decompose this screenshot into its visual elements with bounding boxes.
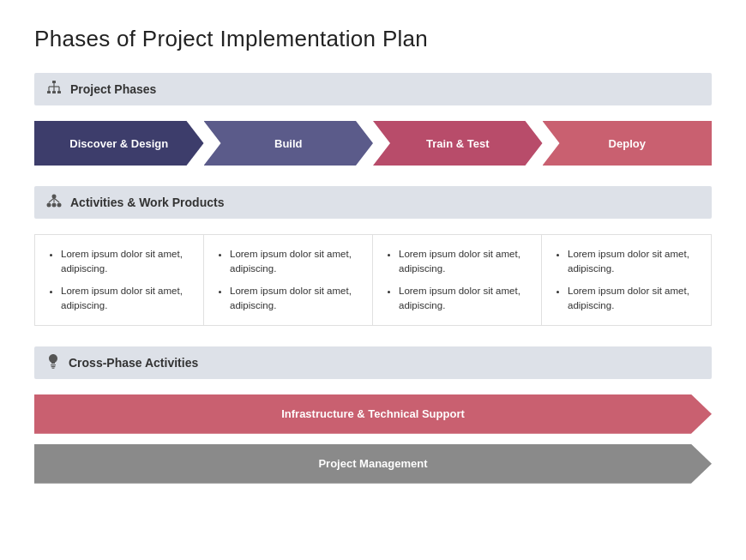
- list-item: Lorem ipsum dolor sit amet, adipiscing.: [61, 284, 191, 312]
- list-item: Lorem ipsum dolor sit amet, adipiscing.: [568, 247, 699, 275]
- activities-header: Activities & Work Products: [34, 186, 712, 219]
- list-item: Lorem ipsum dolor sit amet, adipiscing.: [399, 284, 529, 312]
- pm-arrow: Project Management: [34, 444, 712, 484]
- list-item: Lorem ipsum dolor sit amet, adipiscing.: [230, 284, 360, 312]
- svg-line-15: [54, 198, 59, 202]
- page-title: Phases of Project Implementation Plan: [34, 26, 712, 52]
- cross-phase-title: Cross-Phase Activities: [69, 356, 198, 370]
- list-item: Lorem ipsum dolor sit amet, adipiscing.: [61, 247, 191, 275]
- list-item: Lorem ipsum dolor sit amet, adipiscing.: [568, 284, 699, 312]
- phase-deploy: Deploy: [543, 121, 713, 166]
- lightbulb-icon: [46, 353, 60, 372]
- phase-discover: Discover & Design: [34, 121, 204, 166]
- activity-col-0: Lorem ipsum dolor sit amet, adipiscing. …: [35, 235, 204, 325]
- infra-arrow: Infrastructure & Technical Support: [34, 394, 712, 434]
- svg-point-11: [52, 203, 57, 208]
- project-phases-title: Project Phases: [70, 82, 156, 96]
- cross-phase-arrows: Infrastructure & Technical Support Proje…: [34, 394, 712, 484]
- activity-col-2: Lorem ipsum dolor sit amet, adipiscing. …: [373, 235, 542, 325]
- activities-icon: [46, 193, 62, 212]
- pm-arrow-row: Project Management: [34, 444, 712, 484]
- project-phases-header: Project Phases: [34, 73, 712, 105]
- infra-arrow-row: Infrastructure & Technical Support: [34, 394, 712, 434]
- svg-point-12: [57, 203, 62, 208]
- svg-rect-0: [52, 81, 56, 83]
- svg-rect-2: [52, 91, 56, 93]
- svg-rect-18: [52, 367, 55, 368]
- phase-build: Build: [204, 121, 374, 166]
- svg-rect-1: [47, 91, 51, 93]
- activities-title: Activities & Work Products: [70, 196, 224, 209]
- list-item: Lorem ipsum dolor sit amet, adipiscing.: [399, 247, 529, 275]
- list-item: Lorem ipsum dolor sit amet, adipiscing.: [230, 247, 360, 275]
- svg-rect-16: [51, 364, 56, 365]
- phases-icon: [46, 80, 62, 99]
- svg-point-9: [52, 195, 57, 199]
- activity-col-1: Lorem ipsum dolor sit amet, adipiscing. …: [204, 235, 373, 325]
- svg-point-10: [47, 203, 51, 208]
- cross-phase-header: Cross-Phase Activities: [34, 346, 712, 379]
- phase-train: Train & Test: [373, 121, 543, 166]
- activity-col-3: Lorem ipsum dolor sit amet, adipiscing. …: [542, 235, 711, 325]
- activities-grid: Lorem ipsum dolor sit amet, adipiscing. …: [34, 234, 712, 326]
- phases-row: Discover & Design Build Train & Test Dep…: [34, 121, 712, 166]
- svg-line-13: [49, 198, 54, 202]
- svg-rect-3: [57, 91, 61, 93]
- svg-rect-17: [51, 366, 56, 367]
